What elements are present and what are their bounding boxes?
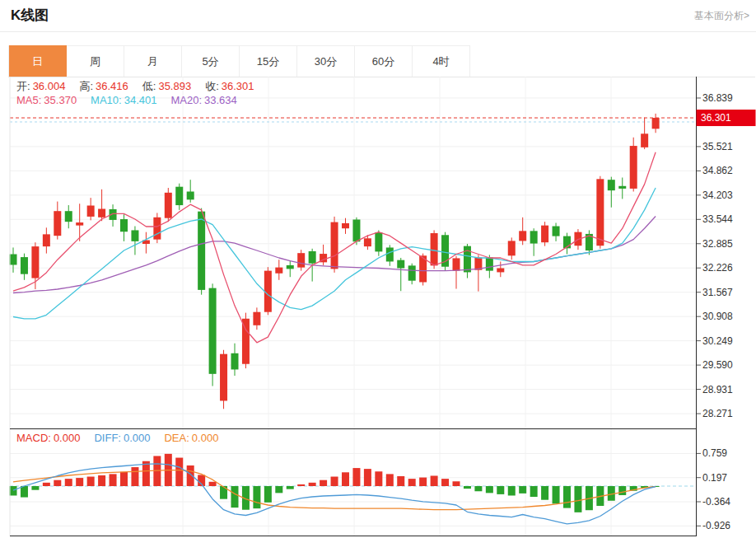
legend-ma-item: MA10:34.401	[91, 94, 159, 106]
macd-hist-bar	[175, 458, 183, 486]
candle-body	[65, 211, 72, 222]
price-tick-label: 33.544	[702, 213, 733, 225]
price-tick-label: 32.226	[702, 262, 733, 274]
candle-body	[364, 238, 371, 246]
legend-macd-item: DIFF:0.000	[94, 432, 152, 444]
macd-hist-bar	[508, 486, 516, 495]
macd-hist-bar	[441, 479, 449, 486]
macd-hist-bar	[553, 486, 560, 503]
macd-hist-bar	[618, 486, 626, 495]
legend-value: 35.893	[158, 80, 191, 92]
candle-body	[43, 234, 50, 246]
macd-tick-label: -0.926	[702, 520, 730, 531]
price-tick-label: 28.931	[702, 384, 733, 395]
candle-body	[187, 192, 194, 200]
macd-tick-label: 0.197	[702, 472, 727, 484]
candle-body	[120, 219, 128, 232]
legend-label: 低:	[142, 80, 156, 92]
macd-hist-bar	[352, 468, 360, 486]
macd-hist-bar	[563, 486, 571, 508]
candle-body	[342, 223, 349, 228]
legend-ohlc-item: 低:35.893	[142, 80, 194, 92]
price-tick-label: 35.521	[702, 141, 733, 152]
legend-label: MACD:	[16, 432, 51, 444]
macd-hist-bar	[386, 474, 394, 486]
legend-value: 0.000	[124, 432, 151, 444]
legend-ohlc-item: 收:36.301	[205, 80, 256, 92]
candle-body	[453, 258, 460, 270]
legend-ohlc-item: 高:36.416	[79, 80, 130, 92]
macd-hist-bar	[497, 486, 504, 494]
candle-body	[153, 218, 161, 240]
macd-hist-bar	[320, 480, 327, 486]
macd-hist-bar	[231, 486, 239, 508]
price-tick-label: 34.203	[702, 189, 733, 201]
macd-hist-bar	[275, 486, 282, 493]
legend-ohlc-item: 开:36.004	[16, 80, 68, 92]
macd-hist-bar	[120, 472, 128, 486]
macd-hist-bar	[342, 472, 349, 486]
legend-ma-item: MA5:35.370	[16, 94, 79, 106]
candle-body	[54, 211, 61, 236]
macd-hist-bar	[530, 486, 538, 497]
price-tick-label: 30.908	[702, 311, 733, 322]
price-tick-label: 34.862	[702, 165, 733, 176]
candle-body	[275, 268, 282, 274]
candle-body	[497, 269, 504, 273]
macd-hist-bar	[519, 486, 526, 494]
candle-body	[21, 257, 28, 274]
legend-macd-item: DEA:0.000	[164, 432, 221, 444]
macd-tick-label: -0.364	[702, 496, 730, 508]
legend-label: 高:	[79, 80, 93, 92]
candle-body	[209, 288, 217, 374]
legend-label: MA10:	[91, 94, 122, 106]
macd-hist-bar	[76, 478, 83, 486]
legend-label: MA5:	[16, 94, 41, 106]
candle-body	[98, 209, 105, 218]
price-tick-label: 32.885	[702, 238, 733, 250]
macd-hist-bar	[474, 486, 482, 491]
candle-body	[352, 219, 360, 241]
candle-body	[165, 193, 172, 218]
candle-body	[10, 255, 17, 265]
candle-body	[630, 146, 637, 189]
candle-body	[508, 241, 516, 255]
candle-body	[397, 260, 404, 269]
candle-body	[131, 230, 138, 241]
candle-body	[76, 222, 83, 226]
candle-body	[31, 246, 39, 278]
macd-hist-bar	[331, 477, 338, 486]
macd-hist-bar	[131, 467, 138, 486]
macd-hist-bar	[364, 469, 371, 486]
legend-value: 34.401	[124, 94, 157, 106]
candle-body	[596, 179, 604, 246]
candle-body	[231, 353, 239, 370]
candle-body	[618, 186, 626, 189]
candle-body	[175, 187, 183, 205]
candle-body	[641, 133, 648, 147]
legend-label: DEA:	[164, 432, 189, 444]
current-price-badge-label: 36.301	[701, 112, 731, 124]
price-tick-label: 36.839	[702, 92, 733, 104]
macd-hist-bar	[21, 486, 28, 498]
macd-legend: MACD:0.000DIFF:0.000DEA:0.000	[16, 432, 232, 444]
macd-hist-bar	[464, 486, 471, 489]
price-tick-label: 31.567	[702, 287, 733, 298]
macd-hist-bar	[453, 481, 460, 486]
candle-body	[331, 222, 338, 269]
macd-hist-bar	[54, 480, 61, 486]
macd-hist-bar	[574, 486, 581, 512]
legend-label: DIFF:	[94, 432, 121, 444]
legend-value: 36.301	[222, 80, 254, 92]
candle-body	[486, 258, 493, 271]
macd-hist-bar	[110, 474, 117, 486]
candle-body	[264, 271, 272, 312]
candle-body	[309, 251, 316, 264]
legend-value: 36.004	[33, 80, 66, 92]
candle-body	[519, 231, 526, 241]
price-tick-label: 30.249	[702, 335, 733, 347]
macd-hist-bar	[10, 486, 17, 495]
macd-hist-bar	[43, 483, 50, 486]
macd-hist-bar	[209, 482, 217, 486]
candle-body	[220, 354, 227, 401]
